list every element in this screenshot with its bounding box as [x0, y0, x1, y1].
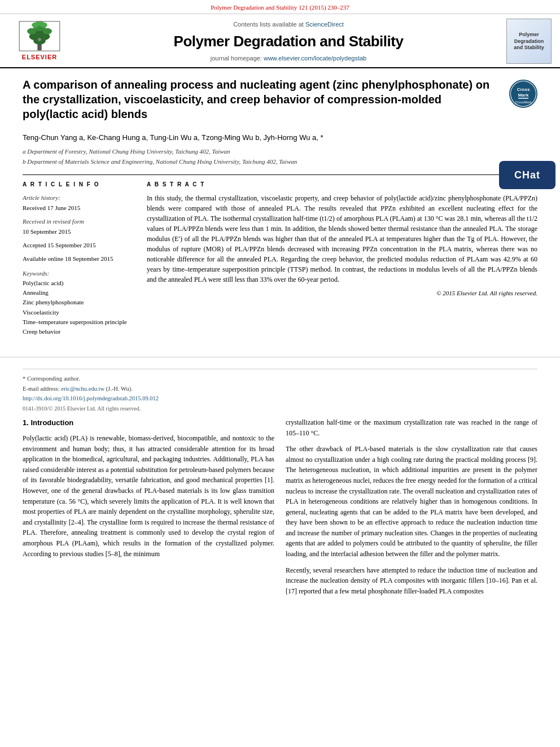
- svg-point-11: [38, 38, 41, 41]
- intro-para-3: The other drawback of PLA-based material…: [286, 444, 537, 560]
- journal-homepage-link[interactable]: www.elsevier.com/locate/polydegstab: [264, 55, 366, 62]
- journal-title-section: Contents lists available at ScienceDirec…: [79, 19, 498, 64]
- issn-line: 0141-3910/© 2015 Elsevier Ltd. All right…: [23, 405, 537, 413]
- keywords-heading: Keywords:: [23, 269, 135, 278]
- keyword-5: Time–temperature superposition principle: [23, 318, 135, 326]
- svg-rect-0: [37, 44, 41, 50]
- affiliation-b: b Department of Materials Science and En…: [23, 157, 537, 167]
- sciencedirect-line: Contents lists available at ScienceDirec…: [79, 20, 498, 29]
- article-history: Article history: Received 17 June 2015 R…: [23, 193, 135, 264]
- body-left-col: 1. Introduction Poly(lactic acid) (PLA) …: [23, 417, 274, 602]
- body-right-col: crystallization half-time or the maximum…: [286, 417, 537, 602]
- journal-citation-bar: Polymer Degradation and Stability 121 (2…: [0, 0, 560, 14]
- article-footer: * Corresponding author. E-mail address: …: [0, 357, 560, 417]
- keyword-3: Zinc phenylphosphonate: [23, 298, 135, 307]
- footer-divider: [23, 369, 537, 369]
- journal-title: Polymer Degradation and Stability: [79, 31, 498, 51]
- author-email: eric@nchu.edu.tw: [61, 386, 104, 392]
- article-info-heading: A R T I C L E I N F O: [23, 181, 135, 189]
- article-title: A comparison of annealing process and nu…: [23, 77, 500, 121]
- abstract-heading: A B S T R A C T: [147, 181, 537, 189]
- crossmark-badge: Cross Mark CrossMark: [509, 80, 537, 108]
- abstract-text: In this study, the thermal crystallizati…: [147, 193, 537, 285]
- online-date: Available online 18 September 2015: [23, 254, 135, 264]
- intro-para-4: Recently, several researchers have attem…: [286, 565, 537, 597]
- revised-date: 10 September 2015: [23, 227, 135, 237]
- journal-cover-image: Polymer Degradation and Stability: [506, 19, 552, 64]
- received-date: Received 17 June 2015: [23, 203, 135, 213]
- svg-text:Mark: Mark: [518, 93, 529, 98]
- body-two-col: 1. Introduction Poly(lactic acid) (PLA) …: [23, 417, 537, 602]
- article-title-section: A comparison of annealing process and nu…: [23, 77, 537, 126]
- journal-homepage-line: journal homepage: www.elsevier.com/locat…: [79, 54, 498, 63]
- keyword-4: Viscoelasticity: [23, 308, 135, 317]
- body-content: 1. Introduction Poly(lactic acid) (PLA) …: [0, 417, 560, 614]
- intro-para-2: crystallization half-time or the maximum…: [286, 417, 537, 438]
- elsevier-wordmark: ELSEVIER: [22, 53, 57, 62]
- corresponding-note: * Corresponding author.: [23, 375, 537, 383]
- copyright-line: © 2015 Elsevier Ltd. All rights reserved…: [147, 289, 537, 298]
- doi-line: http://dx.doi.org/10.1016/j.polymdegrads…: [23, 395, 537, 403]
- history-label: Article history:: [23, 193, 135, 203]
- revised-label: Received in revised form: [23, 217, 135, 227]
- email-note: E-mail address: eric@nchu.edu.tw (J.-H. …: [23, 385, 537, 394]
- journal-citation: Polymer Degradation and Stability 121 (2…: [211, 4, 349, 11]
- accepted-date: Accepted 15 September 2015: [23, 241, 135, 251]
- affiliation-a: a Department of Forestry, National Chung…: [23, 147, 537, 156]
- keyword-6: Creep behavior: [23, 327, 135, 336]
- journal-header: ELSEVIER Contents lists available at Sci…: [0, 14, 560, 68]
- article-info-column: A R T I C L E I N F O Article history: R…: [23, 181, 135, 338]
- intro-para-1: Poly(lactic acid) (PLA) is renewable, bi…: [23, 433, 274, 559]
- keywords-section: Keywords: Poly(lactic acid) Annealing Zi…: [23, 269, 135, 337]
- elsevier-tree-icon: [17, 21, 62, 52]
- sciencedirect-link[interactable]: ScienceDirect: [305, 21, 344, 28]
- svg-text:Cross: Cross: [517, 87, 530, 92]
- authors-line: Teng-Chun Yang a, Ke-Chang Hung a, Tung-…: [23, 133, 537, 143]
- chat-button-area: CHat: [499, 161, 555, 189]
- keyword-1: Poly(lactic acid): [23, 279, 135, 287]
- doi-link[interactable]: http://dx.doi.org/10.1016/j.polymdegrads…: [23, 395, 159, 401]
- journal-cover-section: Polymer Degradation and Stability: [504, 19, 554, 64]
- affiliations: a Department of Forestry, National Chung…: [23, 147, 537, 167]
- section1-title: 1. Introduction: [23, 417, 274, 429]
- elsevier-logo-section: ELSEVIER: [6, 19, 73, 64]
- article-info-abstract-section: A R T I C L E I N F O Article history: R…: [23, 174, 537, 338]
- abstract-column: A B S T R A C T In this study, the therm…: [147, 181, 537, 338]
- svg-text:CrossMark: CrossMark: [515, 101, 532, 104]
- keyword-2: Annealing: [23, 289, 135, 297]
- chat-button[interactable]: CHat: [499, 161, 555, 189]
- article-content: A comparison of annealing process and nu…: [0, 68, 560, 356]
